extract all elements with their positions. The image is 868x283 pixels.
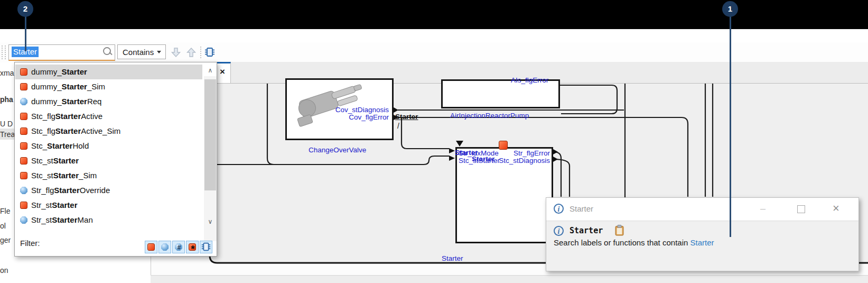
result-item[interactable]: dummy_Starter_Sim <box>15 79 202 94</box>
message-icon <box>20 157 27 165</box>
tooltip-description: Search labels or functions that contain … <box>554 238 714 247</box>
tooltip-description-text: Search labels or functions that contain <box>554 238 690 247</box>
callout-badge-1: 1 <box>722 1 738 17</box>
message-icon <box>20 142 27 150</box>
scrollbar-thumb[interactable] <box>204 79 216 190</box>
message-icon <box>20 68 27 76</box>
selection-marker-icon <box>499 141 508 150</box>
tooltip-title: Starter <box>570 204 593 213</box>
filter-signals-button[interactable] <box>158 241 171 253</box>
port-label: Cov_flgError <box>349 113 389 121</box>
tooltip-term-link[interactable]: Starter <box>690 238 714 247</box>
block-changeovervalve[interactable]: Cov_stDiagnosis Cov_flgError <box>285 78 394 140</box>
result-item[interactable]: Stc_flgStarterActive <box>15 109 202 124</box>
filter-messages-button[interactable] <box>145 241 157 253</box>
result-item[interactable]: dummy_StarterReq <box>15 94 202 109</box>
tooltip-window: i Starter – × i Starter Search labels or… <box>546 197 859 271</box>
tooltip-term: Starter <box>570 226 603 235</box>
signal-icon <box>161 243 169 251</box>
result-item[interactable]: Stc_stStarter <box>15 153 202 168</box>
block-label-airinjectionreactorpump[interactable]: AirInjectionReactorPump <box>450 112 529 120</box>
signal-icon <box>20 187 27 194</box>
tooltip-titlebar[interactable]: i Starter – × <box>546 198 858 221</box>
chip-icon <box>200 241 212 253</box>
result-item[interactable]: Str_stStarter <box>15 198 202 213</box>
filter-components-button[interactable] <box>200 241 212 253</box>
message-icon <box>20 202 27 209</box>
wire-label-starter[interactable]: Starter <box>395 113 418 121</box>
message-icon <box>20 172 27 179</box>
message-icon <box>20 113 27 120</box>
minimize-button[interactable]: – <box>760 203 766 214</box>
filter-parameters-button[interactable]: * <box>186 241 199 253</box>
port-label: AIs_flgError <box>511 76 548 84</box>
signal-icon <box>20 216 27 224</box>
block-starter[interactable]: Str_idxMode Str_flgError Stc_stStarter S… <box>455 147 553 243</box>
block-label-changeovervalve[interactable]: ChangeOverValve <box>309 146 366 154</box>
search-results-dropdown: dummy_Starter dummy_Starter_Sim dummy_St… <box>14 62 217 257</box>
result-item[interactable]: Stc_flgStarterActive_Sim <box>15 124 202 139</box>
callout-line-1 <box>730 16 731 237</box>
result-item[interactable]: Stc_StarterHold <box>15 139 202 153</box>
scroll-down-icon[interactable]: ∨ <box>204 216 217 227</box>
info-icon: i <box>554 204 564 214</box>
filter-constants-button[interactable]: # <box>172 241 185 253</box>
port-label: Str_flgError <box>514 149 550 157</box>
wire-slash-label: / <box>397 122 399 130</box>
signal-icon <box>20 98 27 105</box>
application-window: Starter Contains xma pha U D Trea Fle ol… <box>0 0 868 283</box>
result-item[interactable]: Stc_stStarter_Sim <box>15 168 202 183</box>
message-icon <box>147 243 155 251</box>
scroll-up-icon[interactable]: ∧ <box>204 65 217 76</box>
maximize-button[interactable] <box>797 205 805 213</box>
callout-badge-2: 2 <box>17 1 33 17</box>
port-label: Stc_stDiagnosis <box>499 157 550 165</box>
close-button[interactable]: × <box>833 202 839 215</box>
search-hit-overlay: Starter <box>472 155 495 163</box>
result-item[interactable]: Str_flgStarterOverride <box>15 183 202 198</box>
info-icon: i <box>554 226 564 236</box>
result-item[interactable]: Str_stStarterMan <box>15 213 202 227</box>
message-icon <box>20 127 27 135</box>
message-icon <box>20 83 27 90</box>
clipboard-icon[interactable] <box>615 225 624 236</box>
filter-label: Filter: <box>20 239 40 248</box>
block-label-starter[interactable]: Starter <box>442 254 463 262</box>
port-label: Cov_stDiagnosis <box>335 106 389 114</box>
callout-line-2 <box>25 16 26 51</box>
result-item[interactable]: dummy_Starter <box>15 65 202 79</box>
